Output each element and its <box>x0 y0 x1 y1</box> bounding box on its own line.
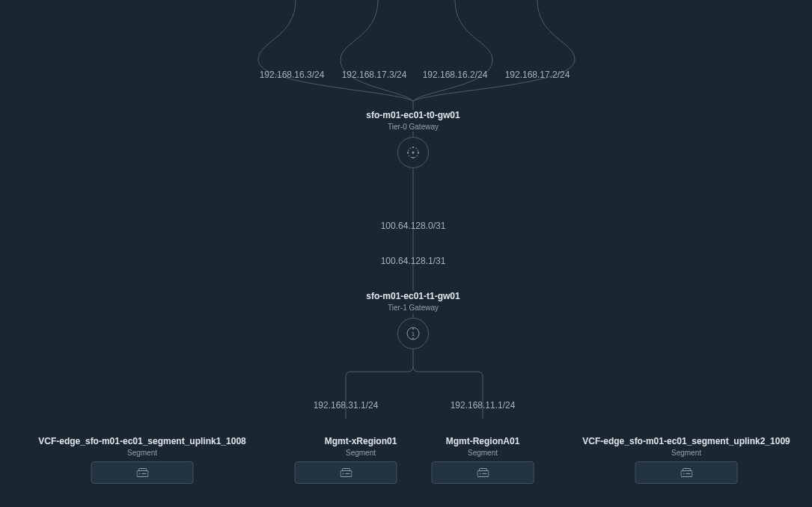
svg-point-10 <box>418 152 419 153</box>
svg-rect-20 <box>342 469 349 471</box>
segment-0-type: Segment <box>127 449 157 457</box>
t0-t1-link-ip-bottom: 100.64.128.1/31 <box>381 256 446 266</box>
segment-icon <box>477 468 489 477</box>
uplink-ip-2: 192.168.16.2/24 <box>423 70 488 80</box>
uplink-ip-1: 192.168.17.3/24 <box>342 70 407 80</box>
t1-gateway-name[interactable]: sfo-m01-ec01-t1-gw01 <box>366 291 460 301</box>
svg-point-25 <box>479 473 480 475</box>
svg-point-17 <box>138 473 140 475</box>
t0-gateway-type: Tier-0 Gateway <box>388 123 439 131</box>
segment-1-name[interactable]: Mgmt-xRegion01 <box>325 436 397 446</box>
svg-rect-16 <box>138 469 146 471</box>
topology-canvas: 192.168.16.3/24 192.168.17.3/24 192.168.… <box>0 0 812 507</box>
segment-icon <box>680 468 692 477</box>
segment-2-name[interactable]: Mgmt-RegionA01 <box>446 436 520 446</box>
svg-point-21 <box>342 473 344 475</box>
tier1-icon: 1 <box>406 326 421 341</box>
t1-gateway-icon[interactable]: 1 <box>397 318 429 349</box>
svg-point-8 <box>412 157 414 159</box>
segment-1-box[interactable] <box>295 461 397 484</box>
t0-gateway-icon[interactable] <box>397 137 429 168</box>
segment-2-type: Segment <box>468 449 498 457</box>
svg-point-7 <box>412 147 414 148</box>
svg-text:1: 1 <box>412 331 415 337</box>
t0-t1-link-ip-top: 100.64.128.0/31 <box>381 221 446 231</box>
svg-rect-24 <box>479 469 486 471</box>
t1-child-ip-left: 192.168.31.1/24 <box>314 400 379 411</box>
segment-icon <box>136 468 148 477</box>
segment-icon <box>340 468 352 477</box>
segment-3-type: Segment <box>671 449 701 457</box>
svg-point-29 <box>683 473 684 475</box>
t1-child-ip-right: 192.168.11.1/24 <box>451 400 516 411</box>
uplink-ip-0: 192.168.16.3/24 <box>260 70 325 80</box>
segment-3-box[interactable] <box>635 461 738 484</box>
t0-gateway-name[interactable]: sfo-m01-ec01-t0-gw01 <box>366 110 460 120</box>
t1-gateway-type: Tier-1 Gateway <box>388 304 439 312</box>
svg-point-6 <box>412 152 415 154</box>
segment-3-name[interactable]: VCF-edge_sfo-m01-ec01_segment_uplink2_10… <box>582 436 790 446</box>
segment-2-box[interactable] <box>432 461 534 484</box>
segment-0-name[interactable]: VCF-edge_sfo-m01-ec01_segment_uplink1_10… <box>38 436 245 446</box>
svg-point-9 <box>407 152 409 153</box>
tier0-icon <box>406 145 421 160</box>
svg-rect-28 <box>683 469 690 471</box>
segment-0-box[interactable] <box>91 461 194 484</box>
uplink-ip-3: 192.168.17.2/24 <box>505 70 570 80</box>
segment-1-type: Segment <box>346 449 376 457</box>
